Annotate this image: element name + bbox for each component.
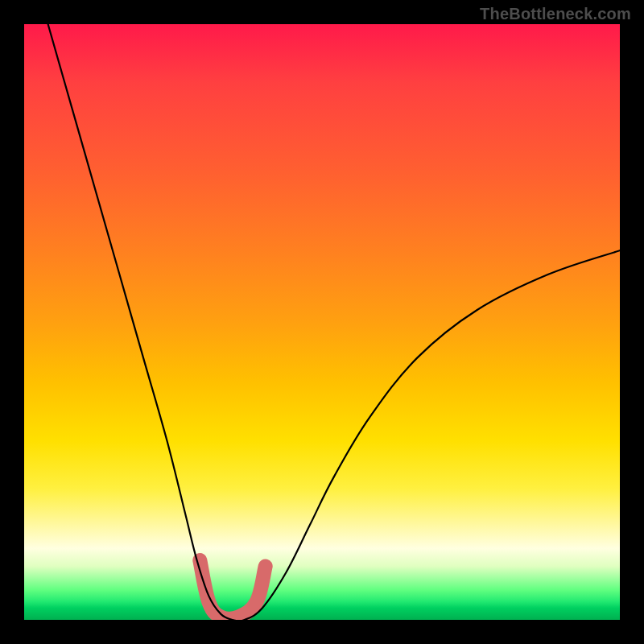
- bottleneck-curve: [48, 24, 620, 620]
- plot-area: [24, 24, 620, 620]
- chart-canvas: TheBottleneck.com: [0, 0, 644, 644]
- valley-marker: [200, 560, 265, 619]
- curve-layer: [24, 24, 620, 620]
- watermark-text: TheBottleneck.com: [480, 5, 631, 23]
